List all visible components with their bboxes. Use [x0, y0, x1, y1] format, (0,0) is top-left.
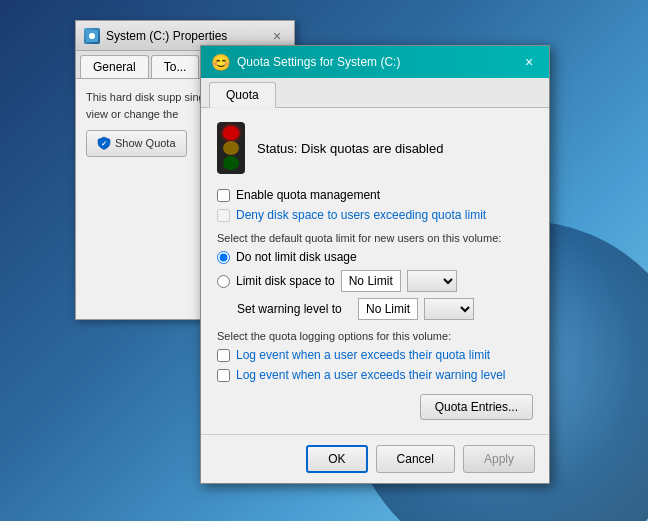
svg-text:✓: ✓	[101, 140, 107, 147]
svg-point-1	[89, 33, 95, 39]
limit-disk-input[interactable]	[341, 270, 401, 292]
do-not-limit-radio[interactable]	[217, 251, 230, 264]
deny-disk-space-row: Deny disk space to users exceeding quota…	[217, 208, 533, 222]
light-yellow	[223, 141, 239, 155]
set-warning-label: Set warning level to	[237, 302, 352, 316]
tab-quota[interactable]: Quota	[209, 82, 276, 108]
quota-tab-bar: Quota	[201, 78, 549, 108]
apply-button[interactable]: Apply	[463, 445, 535, 473]
status-label: Status:	[257, 141, 297, 156]
tab-to[interactable]: To...	[151, 55, 200, 78]
status-value: Disk quotas are disabled	[301, 141, 443, 156]
shield-icon: ✓	[97, 136, 111, 150]
enable-quota-row: Enable quota management	[217, 188, 533, 202]
limit-disk-space-radio[interactable]	[217, 275, 230, 288]
traffic-light-icon	[217, 122, 245, 174]
log-exceed-quota-checkbox[interactable]	[217, 349, 230, 362]
limit-disk-unit-select[interactable]: KB MB GB TB	[407, 270, 457, 292]
quota-dialog-title: Quota Settings for System (C:)	[237, 55, 400, 69]
light-red	[223, 126, 239, 140]
enable-quota-label: Enable quota management	[236, 188, 380, 202]
select-default-label: Select the default quota limit for new u…	[217, 232, 533, 244]
do-not-limit-row: Do not limit disk usage	[217, 250, 533, 264]
set-warning-unit-select[interactable]: KB MB GB TB	[424, 298, 474, 320]
set-warning-row: Set warning level to KB MB GB TB	[237, 298, 533, 320]
sys-props-close-btn[interactable]: ×	[268, 27, 286, 45]
limit-disk-space-label: Limit disk space to	[236, 274, 335, 288]
limit-disk-space-row: Limit disk space to KB MB GB TB	[217, 270, 533, 292]
sys-props-icon	[84, 28, 100, 44]
show-quota-button[interactable]: ✓ Show Quota	[86, 130, 187, 157]
deny-disk-space-checkbox[interactable]	[217, 209, 230, 222]
quota-title-icon: 😊	[211, 53, 229, 71]
log-exceed-warning-checkbox[interactable]	[217, 369, 230, 382]
cancel-button[interactable]: Cancel	[376, 445, 455, 473]
log-exceed-warning-label: Log event when a user exceeds their warn…	[236, 368, 506, 382]
status-area: Status: Disk quotas are disabled	[217, 122, 533, 174]
log-exceed-quota-label: Log event when a user exceeds their quot…	[236, 348, 490, 362]
light-green	[223, 156, 239, 170]
deny-disk-space-label: Deny disk space to users exceeding quota…	[236, 208, 486, 222]
quota-entries-button[interactable]: Quota Entries...	[420, 394, 533, 420]
sys-props-title: System (C:) Properties	[106, 29, 227, 43]
logging-label: Select the quota logging options for thi…	[217, 330, 533, 342]
dialog-buttons: OK Cancel Apply	[201, 434, 549, 483]
ok-button[interactable]: OK	[306, 445, 367, 473]
quota-titlebar: 😊 Quota Settings for System (C:) ×	[201, 46, 549, 78]
quota-settings-dialog: 😊 Quota Settings for System (C:) × Quota…	[200, 45, 550, 484]
logging-section: Select the quota logging options for thi…	[217, 330, 533, 382]
set-warning-input[interactable]	[358, 298, 418, 320]
show-quota-label: Show Quota	[115, 135, 176, 152]
tab-general[interactable]: General	[80, 55, 149, 78]
enable-quota-checkbox[interactable]	[217, 189, 230, 202]
log-exceed-quota-row: Log event when a user exceeds their quot…	[217, 348, 533, 362]
quota-body: Status: Disk quotas are disabled Enable …	[201, 108, 549, 434]
do-not-limit-label: Do not limit disk usage	[236, 250, 357, 264]
log-exceed-warning-row: Log event when a user exceeds their warn…	[217, 368, 533, 382]
quota-close-button[interactable]: ×	[519, 52, 539, 72]
status-text: Status: Disk quotas are disabled	[257, 141, 443, 156]
